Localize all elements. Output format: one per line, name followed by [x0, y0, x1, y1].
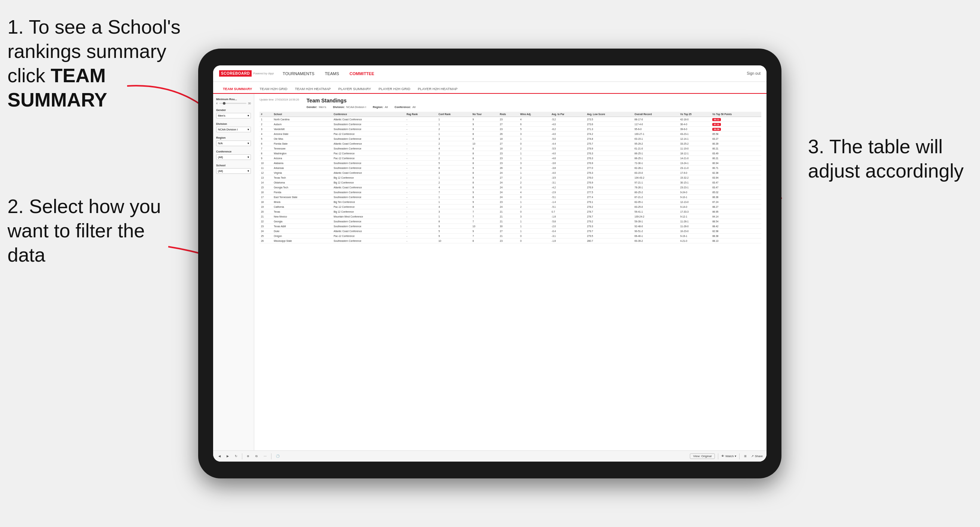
- rag-cell: -: [405, 151, 437, 156]
- avg-cell: -0.4: [550, 229, 585, 233]
- rank-cell: 21: [259, 214, 272, 219]
- subnav-player-h2h-grid[interactable]: PLAYER H2H GRID: [375, 84, 414, 94]
- pts-cell: 80.21: [711, 156, 761, 161]
- pts-cell: 85.58: [711, 132, 761, 137]
- conf-cell: 6: [437, 165, 471, 170]
- subnav-player-summary[interactable]: PLAYER SUMMARY: [335, 84, 375, 94]
- lowscore-cell: 273.5: [585, 117, 633, 122]
- region-filter-value: All: [385, 105, 388, 109]
- gender-select[interactable]: Men's ▾: [216, 113, 251, 119]
- conference-cell: Southeastern Conference: [332, 195, 405, 200]
- avg-cell: -2.9: [550, 190, 585, 195]
- col-conf-rank: Conf Rank: [437, 112, 471, 117]
- division-select[interactable]: NCAA Division I ▾: [216, 127, 251, 132]
- toolbar-forward[interactable]: ▶: [225, 454, 230, 459]
- top25-cell: 43-23-1: [679, 132, 711, 137]
- tour-cell: 7: [471, 209, 498, 214]
- table-row: 22 Georgia Southeastern Conference - 8 7…: [259, 219, 761, 224]
- conf-cell: 4: [437, 146, 471, 151]
- subnav-team-summary[interactable]: TEAM SUMMARY: [219, 84, 256, 94]
- toolbar-divider-1: [242, 453, 242, 459]
- pts-cell: 88.13: [711, 238, 761, 243]
- toolbar-clock[interactable]: 🕐: [274, 454, 281, 459]
- rag-cell: -: [405, 146, 437, 151]
- top25-cell: 14-21-0: [679, 156, 711, 161]
- rnds-cell: 21: [498, 233, 519, 238]
- toolbar-grid[interactable]: ⊞: [743, 454, 748, 459]
- wins-cell: 6: [519, 122, 550, 127]
- top25-cell: 11-19-0: [679, 146, 711, 151]
- overall-cell: 76-26-1: [633, 185, 679, 190]
- conf-cell: 1: [437, 200, 471, 205]
- share-button[interactable]: ↗ Share: [751, 454, 763, 458]
- conference-cell: Southeastern Conference: [332, 165, 405, 170]
- school-cell: Florida State: [272, 141, 332, 146]
- toolbar-back[interactable]: ◀: [217, 454, 222, 459]
- subnav-player-h2h-heatmap[interactable]: PLAYER H2H HEATMAP: [414, 84, 461, 94]
- conference-cell: Pac-12 Conference: [332, 233, 405, 238]
- table-row: 13 Texas Tech Big 12 Conference - 1 9 27…: [259, 175, 761, 180]
- school-cell: Tennessee: [272, 146, 332, 151]
- wins-cell: 4: [519, 117, 550, 122]
- min-rounds-slider[interactable]: [219, 103, 247, 104]
- toolbar-copy[interactable]: ⧉: [254, 454, 259, 459]
- lowscore-cell: 273.6: [585, 122, 633, 127]
- rnds-cell: 24: [498, 180, 519, 185]
- table-row: 20 Texas Big 12 Conference - 3 7 21 0 0.…: [259, 209, 761, 214]
- conference-cell: Southeastern Conference: [332, 146, 405, 151]
- rnds-cell: 23: [498, 117, 519, 122]
- rnds-cell: 23: [498, 238, 519, 243]
- conf-cell: 1: [437, 122, 471, 127]
- wins-cell: 4: [519, 190, 550, 195]
- school-select[interactable]: (All) ▾: [216, 168, 251, 174]
- table-row: 9 Arizona Pac-12 Conference - 2 8 23 1 -…: [259, 156, 761, 161]
- overall-cell: 87-21-2: [633, 195, 679, 200]
- school-cell: Vanderbilt: [272, 127, 332, 132]
- pts-cell: 83.47: [711, 185, 761, 190]
- view-original-button[interactable]: View: Original: [690, 453, 715, 459]
- school-cell: Georgia: [272, 219, 332, 224]
- rag-cell: -: [405, 214, 437, 219]
- avg-cell: -4.2: [550, 185, 585, 190]
- toolbar-share-1[interactable]: ⊕: [245, 454, 251, 459]
- region-filter-label: Region:: [373, 105, 383, 109]
- sign-out-button[interactable]: Sign out: [747, 71, 760, 76]
- table-title: Team Standings: [307, 98, 416, 103]
- rnds-cell: 21: [498, 214, 519, 219]
- conference-cell: Southeastern Conference: [332, 238, 405, 243]
- top25-cell: 9-14-0: [679, 205, 711, 209]
- lowscore-cell: 276.3: [585, 151, 633, 156]
- region-select[interactable]: N/A ▾: [216, 141, 251, 146]
- toolbar-more[interactable]: ⋯: [262, 454, 268, 459]
- conference-cell: Southeastern Conference: [332, 190, 405, 195]
- conference-filter-value: All: [412, 105, 415, 109]
- wins-cell: 3: [519, 132, 550, 137]
- subnav-team-h2h-heatmap[interactable]: TEAM H2H HEATMAP: [291, 84, 335, 94]
- conference-select[interactable]: (All) ▾: [216, 154, 251, 160]
- table-row: 24 Duke Atlantic Coast Conference - 5 9 …: [259, 229, 761, 233]
- nav-tournaments[interactable]: TOURNAMENTS: [283, 71, 315, 76]
- rag-cell: -: [405, 161, 437, 165]
- avg-cell: -5.1: [550, 195, 585, 200]
- rnds-cell: 24: [498, 170, 519, 175]
- tour-cell: 8: [471, 238, 498, 243]
- avg-cell: -3.8: [550, 165, 585, 170]
- conference-cell: Pac-12 Conference: [332, 205, 405, 209]
- conf-cell: 1: [437, 214, 471, 219]
- lowscore-cell: 278.7: [585, 214, 633, 219]
- rank-cell: 1: [259, 117, 272, 122]
- conference-filter: Conference: All: [395, 105, 415, 109]
- top25-cell: 33-25-2: [679, 141, 711, 146]
- nav-committee[interactable]: COMMITTEE: [350, 71, 374, 76]
- conference-cell: Big 12 Conference: [332, 175, 405, 180]
- rank-cell: 20: [259, 209, 272, 214]
- toolbar-reload[interactable]: ↻: [233, 454, 239, 459]
- rank-cell: 13: [259, 175, 272, 180]
- rnds-cell: 27: [498, 141, 519, 146]
- watch-button[interactable]: 👁 Watch ▾: [721, 454, 736, 458]
- rank-cell: 24: [259, 229, 272, 233]
- nav-teams[interactable]: TEAMS: [325, 71, 339, 76]
- top25-cell: 30-4-0: [679, 122, 711, 127]
- subnav-team-h2h-grid[interactable]: TEAM H2H GRID: [256, 84, 291, 94]
- top25-cell: 23-23-1: [679, 185, 711, 190]
